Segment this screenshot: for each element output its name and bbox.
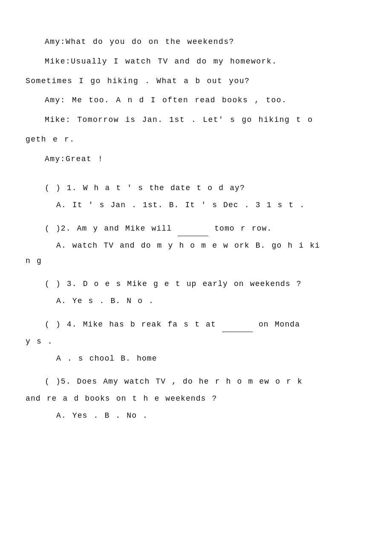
question-2-options-a: A. watch TV and do m y h o m e w ork B. … <box>56 238 366 253</box>
question-4-text: ( ) 4. Mike has b reak fa s t at on Mond… <box>26 316 366 332</box>
question-4: ( ) 4. Mike has b reak fa s t at on Mond… <box>26 316 366 366</box>
passage-line-6: geth e r. <box>26 132 366 148</box>
question-3-text: ( ) 3. D o e s Mike g e t up early on we… <box>26 276 366 292</box>
blank-4 <box>222 316 253 332</box>
passage-line-7: Amy:Great ! <box>26 151 366 168</box>
passage-line-1: Amy:What do you do on the weekends? <box>26 34 366 50</box>
passage-line-3: Sometimes I go hiking . What a b out you… <box>26 73 366 90</box>
question-1-text: ( ) 1. W h a t ' s the date t o d ay? <box>26 180 366 196</box>
question-4-options: A . s chool B. home <box>56 351 366 366</box>
question-2-text: ( )2. Am y and Mike will tomo r row. <box>26 220 366 236</box>
passage-line-5: Mike: Tomorrow is Jan. 1st . Let' s go h… <box>26 112 366 128</box>
blank-2 <box>178 220 208 236</box>
question-1: ( ) 1. W h a t ' s the date t o d ay? A.… <box>26 180 366 213</box>
question-5: ( )5. Does Amy watch TV , do he r h o m … <box>26 374 366 423</box>
questions-section: ( ) 1. W h a t ' s the date t o d ay? A.… <box>26 180 366 423</box>
question-5-text: ( )5. Does Amy watch TV , do he r h o m … <box>26 374 366 389</box>
question-5-text2: and re a d books on t h e weekends ? <box>26 391 366 406</box>
question-5-options: A. Yes . B . No . <box>56 408 366 423</box>
question-3: ( ) 3. D o e s Mike g e t up early on we… <box>26 276 366 309</box>
passage-line-4: Amy: Me too. A n d I often read books , … <box>26 92 366 109</box>
passage: Amy:What do you do on the weekends? Mike… <box>26 34 366 168</box>
question-1-options: A. It ' s Jan . 1st. B. It ' s Dec . 3 1… <box>56 197 366 213</box>
question-3-options: A. Ye s . B. N o . <box>56 293 366 309</box>
question-2-options-b: n g <box>26 253 366 269</box>
question-2: ( )2. Am y and Mike will tomo r row. A. … <box>26 220 366 269</box>
passage-line-2: Mike:Usually I watch TV and do my homewo… <box>26 54 366 70</box>
question-4-text2: y s . <box>26 334 366 349</box>
